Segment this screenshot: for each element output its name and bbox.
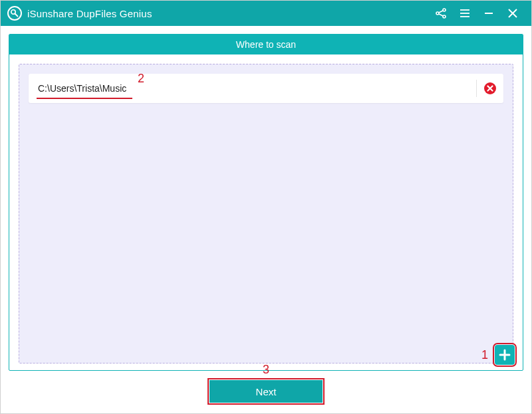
path-row: C:\Users\Trista\Music bbox=[29, 74, 503, 103]
close-button[interactable] bbox=[501, 1, 525, 26]
app-window: iSunshare DupFiles Genius bbox=[0, 0, 532, 414]
path-divider bbox=[476, 80, 477, 97]
add-path-button[interactable] bbox=[495, 345, 515, 365]
content-area: Where to scan C:\Users\Trista\Music bbox=[1, 26, 531, 413]
remove-path-button[interactable] bbox=[483, 82, 497, 95]
scan-panel: Where to scan C:\Users\Trista\Music bbox=[9, 34, 523, 371]
paths-drop-area: C:\Users\Trista\Music 2 bbox=[19, 64, 513, 363]
annotation-underline bbox=[37, 98, 132, 99]
svg-line-1 bbox=[15, 14, 18, 17]
path-text: C:\Users\Trista\Music bbox=[38, 83, 469, 94]
svg-point-2 bbox=[443, 9, 446, 11]
minimize-button[interactable] bbox=[477, 1, 501, 26]
svg-point-4 bbox=[443, 15, 446, 18]
app-title: iSunshare DupFiles Genius bbox=[27, 8, 152, 19]
titlebar: iSunshare DupFiles Genius bbox=[1, 1, 531, 26]
footer: 3 Next bbox=[9, 371, 523, 405]
app-logo-icon bbox=[7, 6, 22, 21]
menu-button[interactable] bbox=[453, 1, 477, 26]
share-button[interactable] bbox=[429, 1, 453, 26]
next-button[interactable]: Next bbox=[209, 380, 323, 403]
svg-line-5 bbox=[439, 11, 443, 13]
panel-header: Where to scan bbox=[9, 35, 523, 54]
annotation-1: 1 bbox=[481, 348, 488, 362]
svg-line-6 bbox=[439, 14, 443, 16]
svg-point-3 bbox=[436, 12, 439, 15]
panel-body: C:\Users\Trista\Music 2 bbox=[9, 54, 523, 370]
